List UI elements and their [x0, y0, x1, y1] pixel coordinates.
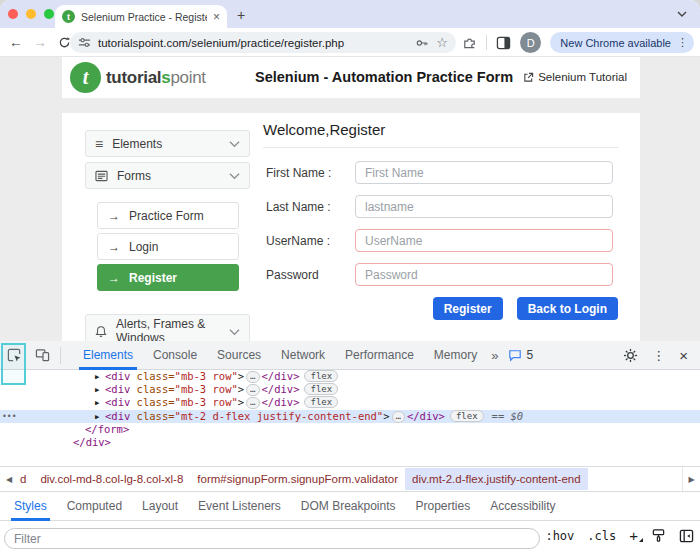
tab-accessibility[interactable]: Accessibility — [480, 492, 565, 521]
tab-computed[interactable]: Computed — [57, 492, 132, 521]
devtools-close-icon[interactable]: × — [679, 347, 688, 364]
collapsed-content-icon[interactable]: … — [246, 384, 259, 396]
tab-memory[interactable]: Memory — [424, 341, 487, 370]
maximize-window-button[interactable] — [44, 9, 54, 19]
extensions-puzzle-icon[interactable] — [462, 35, 477, 50]
dom-node-row[interactable]: ▶<div class="mb-3 row">…</div>flex — [0, 396, 700, 409]
chevron-down-icon — [229, 140, 240, 148]
breadcrumb-scroll-right-icon[interactable]: ▶ — [682, 467, 700, 491]
side-panel-icon[interactable] — [496, 36, 511, 50]
dom-node-row-selected[interactable]: ••• ▶<div class="mt-2 d-flex justify-con… — [0, 410, 700, 423]
sidebar-item-forms[interactable]: Forms — [85, 162, 250, 189]
flex-badge[interactable]: flex — [450, 410, 484, 422]
tab-styles[interactable]: Styles — [4, 492, 57, 521]
password-input[interactable] — [355, 263, 613, 286]
breadcrumb-item[interactable]: d — [18, 468, 33, 490]
tab-elements[interactable]: Elements — [73, 341, 143, 370]
arrow-right-icon: → — [108, 240, 120, 254]
tag-open: <div — [105, 410, 130, 422]
dom-node-row[interactable]: ▶<div class="mb-3 row">…</div>flex — [0, 370, 700, 383]
breadcrumb-item[interactable]: form#signupForm.signupForm.validator — [190, 468, 405, 490]
sidebar-item-login[interactable]: → Login — [97, 233, 239, 260]
toggle-hover-state-button[interactable]: :hov — [545, 529, 574, 543]
tab-performance[interactable]: Performance — [335, 341, 424, 370]
profile-avatar[interactable]: D — [520, 32, 541, 53]
url-text[interactable]: tutorialspoint.com/selenium/practice/reg… — [98, 37, 408, 49]
styles-filter-input[interactable] — [4, 528, 540, 549]
first-name-input[interactable] — [355, 161, 613, 184]
toggle-sidebar-panel-icon[interactable] — [679, 529, 694, 543]
tag-bracket: > — [238, 370, 244, 382]
browser-window: t Selenium Practice - Register × + ← → t… — [0, 0, 700, 556]
minimize-window-button[interactable] — [26, 9, 36, 19]
sidebar-item-register[interactable]: → Register — [97, 264, 239, 291]
tab-search-chevron-icon[interactable] — [676, 8, 688, 20]
omnibox[interactable]: tutorialspoint.com/selenium/practice/reg… — [70, 32, 456, 53]
site-settings-icon[interactable] — [78, 36, 91, 49]
tutorialspoint-logo-icon: t — [70, 62, 101, 93]
tab-console[interactable]: Console — [143, 341, 207, 370]
tab-properties[interactable]: Properties — [406, 492, 481, 521]
dom-node-row[interactable]: ▶<div class="mb-3 row">…</div>flex — [0, 383, 700, 396]
tab-network[interactable]: Network — [271, 341, 335, 370]
sidebar-item-practice-form[interactable]: → Practice Form — [97, 202, 239, 229]
toggle-classes-button[interactable]: .cls — [587, 529, 616, 543]
back-button[interactable]: ← — [4, 34, 28, 50]
settings-gear-icon[interactable] — [623, 348, 638, 363]
password-key-icon[interactable] — [415, 36, 429, 50]
username-input[interactable] — [355, 229, 613, 252]
filter-row-buttons: :hov .cls + — [545, 527, 694, 544]
bookmark-star-icon[interactable]: ☆ — [436, 35, 448, 50]
devtools-panel: Elements Console Sources Network Perform… — [0, 341, 700, 556]
gutter-more-icon[interactable]: ••• — [2, 410, 16, 423]
register-button[interactable]: Register — [433, 297, 503, 320]
tutorialspoint-logo[interactable]: t tutorialspoint — [70, 62, 206, 93]
device-toolbar-icon[interactable] — [28, 348, 56, 362]
breadcrumb-item-selected[interactable]: div.mt-2.d-flex.justify-content-end — [405, 468, 588, 490]
flex-badge[interactable]: flex — [304, 396, 338, 408]
attr-value: "mb-3 row" — [175, 383, 238, 395]
dom-node-row[interactable]: </form> — [0, 423, 700, 436]
tag-close: </div> — [262, 383, 300, 395]
tab-close-icon[interactable]: × — [213, 10, 220, 24]
rendering-emulation-icon[interactable] — [651, 528, 666, 543]
tab-event-listeners[interactable]: Event Listeners — [188, 492, 291, 521]
tab-dom-breakpoints[interactable]: DOM Breakpoints — [291, 492, 406, 521]
breadcrumb-item[interactable]: div.col-md-8.col-lg-8.col-xl-8 — [33, 468, 190, 490]
flex-badge[interactable]: flex — [304, 370, 338, 382]
last-name-input[interactable] — [355, 195, 613, 218]
sidebar-item-alerts-frames-windows[interactable]: Alerts, Frames & Windows — [85, 314, 250, 341]
devtools-menu-kebab-icon[interactable]: ⋮ — [652, 348, 665, 363]
devtools-tabs: Elements Console Sources Network Perform… — [73, 341, 487, 370]
new-tab-button[interactable]: + — [237, 7, 245, 23]
update-chrome-button[interactable]: New Chrome available ⋮ — [550, 32, 694, 53]
login-label: Login — [129, 240, 158, 254]
flex-badge[interactable]: flex — [304, 383, 338, 395]
attr-value: "mb-3 row" — [175, 396, 238, 408]
address-bar-right-icons: D New Chrome available ⋮ — [462, 31, 694, 54]
selenium-tutorial-link[interactable]: Selenium Tutorial — [523, 71, 627, 83]
close-window-button[interactable] — [8, 9, 18, 19]
collapsed-content-icon[interactable]: … — [392, 411, 405, 423]
browser-menu-kebab-icon[interactable]: ⋮ — [677, 36, 688, 49]
more-tabs-icon[interactable]: » — [487, 348, 502, 363]
annotation-highlight-box — [1, 343, 26, 385]
tab-sources[interactable]: Sources — [207, 341, 271, 370]
collapsed-content-icon[interactable]: … — [246, 397, 259, 409]
toolbar-separator — [60, 347, 61, 364]
collapsed-content-icon[interactable]: … — [246, 371, 259, 383]
tag-close: </div> — [407, 410, 445, 422]
new-style-rule-button[interactable]: + — [629, 527, 638, 544]
browser-tab[interactable]: t Selenium Practice - Register × — [55, 5, 227, 28]
forward-button[interactable]: → — [28, 34, 52, 50]
tag-open: <div — [105, 396, 130, 408]
dom-node-row[interactable]: </div> — [0, 436, 700, 449]
issues-counter[interactable]: 5 — [508, 348, 533, 362]
tutorialspoint-favicon-icon: t — [62, 10, 75, 23]
sidebar-item-elements[interactable]: ≡ Elements — [85, 130, 250, 157]
tab-layout[interactable]: Layout — [132, 492, 188, 521]
tag-open: <div — [105, 370, 130, 382]
back-to-login-button[interactable]: Back to Login — [517, 297, 618, 320]
equals-dollar-zero: == $0 — [492, 410, 524, 422]
breadcrumb-scroll-left-icon[interactable]: ◀ — [0, 475, 18, 484]
